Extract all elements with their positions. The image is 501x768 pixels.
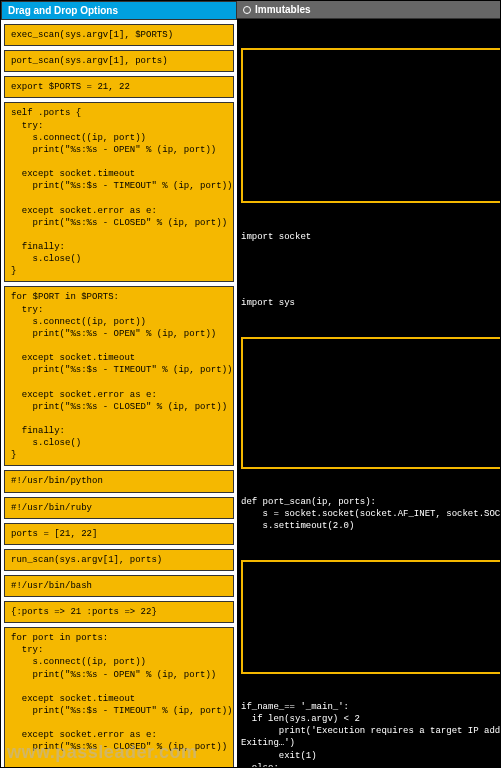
code-line: import sys xyxy=(241,296,501,310)
immutables-header-label: Immutables xyxy=(255,4,311,15)
drop-zone[interactable] xyxy=(241,337,501,469)
options-header: Drag and Drop Options xyxy=(1,1,237,20)
option-block[interactable]: #!/usr/bin/ruby xyxy=(4,497,234,519)
option-block[interactable]: {:ports => 21 :ports => 22} xyxy=(4,601,234,623)
drop-zone[interactable] xyxy=(241,48,501,203)
option-block[interactable]: export $PORTS = 21, 22 xyxy=(4,76,234,98)
circle-icon xyxy=(243,6,251,14)
immutables-column: Immutables import socket import sys def … xyxy=(237,1,501,767)
option-block[interactable]: exec_scan(sys.argv[1], $PORTS) xyxy=(4,24,234,46)
immutables-header: Immutables xyxy=(237,1,501,19)
drop-zone[interactable] xyxy=(241,560,501,674)
option-block[interactable]: ports = [21, 22] xyxy=(4,523,234,545)
option-block[interactable]: for $PORT in $PORTS: try: s.connect((ip,… xyxy=(4,286,234,466)
code-line: if_name_== '_main_': if len(sys.argv) < … xyxy=(241,700,501,767)
code-target-area: import socket import sys def port_scan(i… xyxy=(237,19,501,767)
code-line: def port_scan(ip, ports): s = socket.soc… xyxy=(241,495,501,533)
option-block[interactable]: run_scan(sys.argv[1], ports) xyxy=(4,549,234,571)
option-block[interactable]: for port in ports: try: s.connect((ip, p… xyxy=(4,627,234,768)
option-block[interactable]: #!/usr/bin/bash xyxy=(4,575,234,597)
code-line: import socket xyxy=(241,230,501,244)
option-block[interactable]: #!/usr/bin/python xyxy=(4,470,234,492)
option-block[interactable]: port_scan(sys.argv[1], ports) xyxy=(4,50,234,72)
options-column: Drag and Drop Options exec_scan(sys.argv… xyxy=(1,1,237,767)
option-block[interactable]: self .ports { try: s.connect((ip, port))… xyxy=(4,102,234,282)
